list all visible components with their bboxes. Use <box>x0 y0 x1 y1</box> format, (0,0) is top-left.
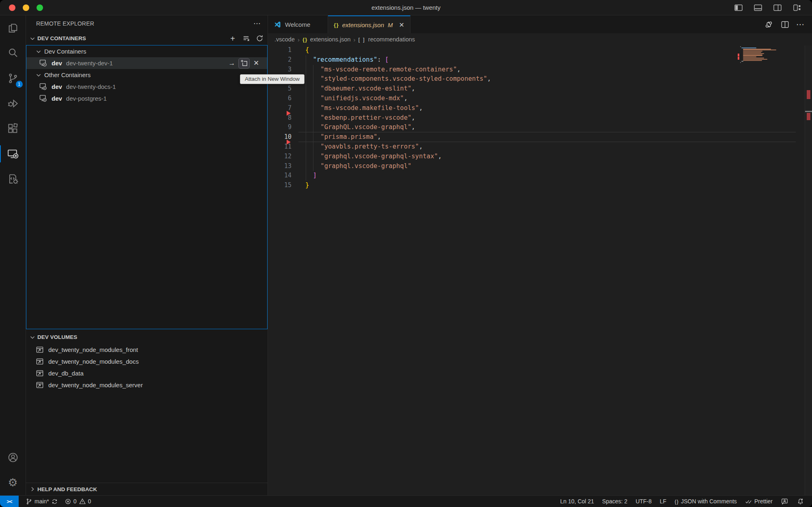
run-debug-icon[interactable] <box>0 91 26 116</box>
line-number[interactable]: 2 <box>268 55 305 65</box>
refresh-icon[interactable] <box>255 35 263 43</box>
code-line-6[interactable]: 6 "unifiedjs.vscode-mdx", <box>268 94 812 104</box>
breadcrumb-folder[interactable]: .vscode <box>274 36 295 43</box>
line-number[interactable]: 6 <box>268 94 305 104</box>
source-control-icon[interactable]: 1 <box>0 66 26 91</box>
git-branch-status[interactable]: main* <box>24 496 60 507</box>
tab-extensions-json[interactable]: { } extensions.json M ✕ <box>328 15 410 33</box>
dev-containers-tree[interactable]: Dev Containersdevdev-twenty-dev-1→✕Other… <box>26 45 268 329</box>
settings-gear-icon[interactable]: ⚙ <box>0 470 26 495</box>
code-line-9[interactable]: 9 "GraphQL.vscode-graphql", <box>268 123 812 132</box>
close-tab-icon[interactable]: ✕ <box>399 21 404 29</box>
cursor-position-status[interactable]: Ln 10, Col 21 <box>558 496 596 507</box>
container-prefix: dev <box>52 95 62 102</box>
code-line-13[interactable]: 13 "graphql.vscode-graphql" <box>268 162 812 171</box>
tree-group-other-containers[interactable]: Other Containers <box>26 69 267 81</box>
container-icon <box>39 83 48 91</box>
overview-ruler[interactable] <box>805 45 812 495</box>
breadcrumb-symbol[interactable]: recommendations <box>368 36 415 43</box>
indent-guide <box>313 65 313 171</box>
code-line-3[interactable]: 3 "ms-vscode-remote.remote-containers", <box>268 65 812 75</box>
indentation-status[interactable]: Spaces: 2 <box>600 496 629 507</box>
volume-name: dev_twenty_node_modules_server <box>48 382 143 388</box>
toggle-panel-icon[interactable] <box>753 2 763 13</box>
search-icon[interactable] <box>0 41 26 66</box>
help-and-feedback-section-header[interactable]: HELP AND FEEDBACK <box>26 483 268 495</box>
code-line-4[interactable]: 4 "styled-components.vscode-styled-compo… <box>268 74 812 84</box>
more-actions-icon[interactable]: ⋯ <box>796 19 805 29</box>
line-number[interactable]: 1 <box>268 45 305 55</box>
volume-icon <box>36 381 45 389</box>
line-number[interactable]: 5 <box>268 84 305 94</box>
code-line-5[interactable]: 5 "dbaeumer.vscode-eslint", <box>268 84 812 94</box>
code-text: "esbenp.prettier-vscode", <box>305 113 415 123</box>
clean-up-containers-icon[interactable] <box>242 35 250 43</box>
line-number[interactable]: 15 <box>268 181 305 190</box>
code-text: "unifiedjs.vscode-mdx", <box>305 94 408 104</box>
notifications-bell-icon[interactable] <box>795 496 806 507</box>
attach-in-new-window-icon[interactable] <box>239 58 249 68</box>
code-line-8[interactable]: 8 "esbenp.prettier-vscode", <box>268 113 812 123</box>
code-line-1[interactable]: 1{ <box>268 45 812 55</box>
extensions-icon[interactable] <box>0 116 26 141</box>
code-text: "dbaeumer.vscode-eslint", <box>305 84 415 94</box>
line-number[interactable]: 12 <box>268 152 305 162</box>
dev-containers-section-header[interactable]: DEV CONTAINERS + <box>26 32 268 45</box>
container-tools-icon[interactable] <box>0 166 26 192</box>
tab-welcome[interactable]: Welcome <box>268 15 328 33</box>
encoding-status[interactable]: UTF-8 <box>633 496 654 507</box>
minimap-line <box>743 50 776 50</box>
line-number[interactable]: 9 <box>268 123 305 132</box>
editor-group: Welcome { } extensions.json M ✕ <box>268 15 812 495</box>
stop-container-icon[interactable]: ✕ <box>251 58 261 68</box>
code-line-7[interactable]: 7 "ms-vscode.makefile-tools", <box>268 104 812 113</box>
chevron-down-icon <box>29 35 36 42</box>
code-editor[interactable]: 1{2 "recommendations": [3 "ms-vscode-rem… <box>268 45 812 495</box>
attach-container-icon[interactable]: → <box>227 58 237 68</box>
feedback-icon[interactable] <box>779 496 790 507</box>
code-line-10[interactable]: 10 "prisma.prisma", <box>268 132 812 142</box>
minimap-line <box>743 56 757 57</box>
language-mode-status[interactable]: { } JSON with Comments <box>672 496 739 507</box>
titlebar: extensions.json — twenty <box>0 0 812 15</box>
customize-layout-icon[interactable] <box>792 2 802 13</box>
code-line-14[interactable]: 14 ] <box>268 171 812 181</box>
line-number[interactable]: 3 <box>268 65 305 75</box>
code-line-2[interactable]: 2 "recommendations": [ <box>268 55 812 65</box>
explorer-icon[interactable] <box>0 15 26 41</box>
minimap[interactable] <box>740 46 776 63</box>
add-container-icon[interactable]: + <box>229 35 237 43</box>
tree-group-dev-containers[interactable]: Dev Containers <box>26 45 267 57</box>
minimap-line <box>743 59 767 60</box>
container-item-dev-twenty-docs-1[interactable]: devdev-twenty-docs-1 <box>26 81 267 93</box>
breadcrumb-separator: › <box>354 36 356 43</box>
line-number[interactable]: 14 <box>268 171 305 181</box>
remote-explorer-icon[interactable] <box>0 141 26 166</box>
code-line-11[interactable]: 11 "yoavbls.pretty-ts-errors", <box>268 142 812 152</box>
volume-item-dev_db_data[interactable]: dev_db_data <box>26 367 268 379</box>
container-prefix: dev <box>52 60 62 67</box>
code-line-12[interactable]: 12 "graphql.vscode-graphql-syntax", <box>268 152 812 162</box>
toggle-secondary-sidebar-icon[interactable] <box>772 2 783 13</box>
split-editor-icon[interactable] <box>780 19 790 29</box>
accounts-icon[interactable] <box>0 445 26 470</box>
container-item-dev-postgres-1[interactable]: devdev-postgres-1 <box>26 93 267 104</box>
dev-volumes-section-header[interactable]: DEV VOLUMES <box>26 330 268 344</box>
open-changes-icon[interactable] <box>764 19 773 29</box>
remote-indicator[interactable]: >< <box>0 496 19 507</box>
json-file-icon: { } <box>334 22 339 28</box>
volume-item-dev_twenty_node_modules_front[interactable]: dev_twenty_node_modules_front <box>26 344 268 356</box>
line-number[interactable]: 13 <box>268 162 305 171</box>
container-item-dev-twenty-dev-1[interactable]: devdev-twenty-dev-1→✕ <box>26 57 267 69</box>
toggle-primary-sidebar-icon[interactable] <box>733 2 744 13</box>
eol-status[interactable]: LF <box>658 496 668 507</box>
code-line-15[interactable]: 15} <box>268 181 812 190</box>
chevron-right-icon <box>29 486 36 492</box>
chevron-down-icon <box>35 48 42 55</box>
volume-item-dev_twenty_node_modules_docs[interactable]: dev_twenty_node_modules_docs <box>26 356 268 367</box>
formatter-status[interactable]: Prettier <box>743 496 775 507</box>
problems-status[interactable]: 0 0 <box>63 496 93 507</box>
volume-item-dev_twenty_node_modules_server[interactable]: dev_twenty_node_modules_server <box>26 379 268 391</box>
sidebar-more-actions-icon[interactable]: ⋯ <box>253 19 261 28</box>
breadcrumb-file[interactable]: extensions.json <box>310 36 351 43</box>
